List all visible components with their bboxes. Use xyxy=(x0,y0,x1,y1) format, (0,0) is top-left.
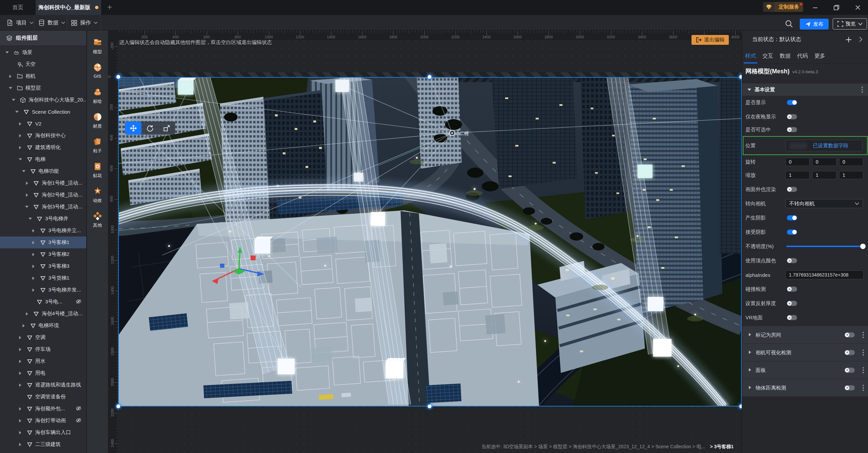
eye-off-icon[interactable] xyxy=(76,406,81,412)
caret-right-icon[interactable] xyxy=(749,385,751,390)
toggle-off[interactable] xyxy=(787,258,797,263)
caret-right-icon[interactable] xyxy=(18,442,22,447)
section-menu-icon[interactable] xyxy=(863,350,864,356)
tree-item-场景[interactable]: 场景 xyxy=(0,46,86,58)
tree-item-电梯[interactable]: 电梯 xyxy=(0,153,86,165)
tab-home[interactable]: 首页 xyxy=(0,0,36,15)
menu-project[interactable]: 项目 xyxy=(6,15,34,31)
caret-right-icon[interactable] xyxy=(18,122,22,126)
slider-knob[interactable] xyxy=(860,244,866,249)
tree-item-3号客梯3[interactable]: 3号客梯3 xyxy=(0,260,86,272)
caret-right-icon[interactable] xyxy=(32,241,36,245)
inspector-tab-交互[interactable]: 交互 xyxy=(762,49,773,63)
inspector-tab-代码[interactable]: 代码 xyxy=(797,49,808,63)
opacity-slider[interactable] xyxy=(786,246,865,247)
tree-item-空调[interactable]: 空调 xyxy=(0,332,86,343)
toggle-off[interactable] xyxy=(845,350,855,355)
minimize-icon[interactable] xyxy=(810,3,820,12)
toggle-off[interactable] xyxy=(787,127,797,132)
tree-item-用电[interactable]: 用电 xyxy=(0,367,86,379)
inspector-tab-更多[interactable]: 更多 xyxy=(814,49,825,63)
expand-state-icon[interactable] xyxy=(857,36,864,42)
publish-button[interactable]: 发布 xyxy=(800,19,829,30)
caret-right-icon[interactable] xyxy=(18,134,22,138)
toggle-off[interactable] xyxy=(787,114,797,119)
tree-item-3号电梯井发-[interactable]: 3号电梯井发... xyxy=(0,284,86,296)
section-标记为房间[interactable]: 标记为房间 xyxy=(742,326,868,343)
section-menu-icon[interactable] xyxy=(863,385,864,391)
tree-item-空调管道备份[interactable]: 空调管道备份 xyxy=(0,391,86,403)
tree-item-天空[interactable]: 天空 xyxy=(0,58,86,70)
number-input[interactable]: 1 xyxy=(786,171,810,179)
toggle-off[interactable] xyxy=(845,332,855,337)
custom-service-badge[interactable]: 定制服务 xyxy=(763,2,803,12)
caret-right-icon[interactable] xyxy=(18,431,22,435)
select-input[interactable]: 不转向相机 xyxy=(786,199,863,208)
tree-item-用水[interactable]: 用水 xyxy=(0,355,86,367)
section-menu-icon[interactable] xyxy=(863,332,864,338)
toggle-off[interactable] xyxy=(787,301,797,306)
scale-tool-icon[interactable] xyxy=(159,121,175,135)
tree-item-3号客梯2[interactable]: 3号客梯2 xyxy=(0,248,86,260)
caret-right-icon[interactable] xyxy=(18,347,22,352)
new-tab-button[interactable]: + xyxy=(106,4,113,11)
tree-item-3号电梯井立-[interactable]: 3号电梯井立... xyxy=(0,225,86,237)
tree-item-Scene-Collection[interactable]: Scene Collection xyxy=(0,106,86,118)
caret-right-icon[interactable] xyxy=(32,264,36,268)
add-state-icon[interactable] xyxy=(845,36,852,43)
toggle-off[interactable] xyxy=(845,385,855,390)
rotate-tool-icon[interactable] xyxy=(142,121,158,135)
toolbar-item-贴花[interactable]: 贴花 xyxy=(87,162,108,179)
number-input[interactable]: 1 xyxy=(812,171,836,179)
tree-item-3号客梯1[interactable]: 3号客梯1 xyxy=(0,237,86,248)
tree-item-巡逻路线和逃生路线[interactable]: 巡逻路线和逃生路线 xyxy=(0,379,86,391)
caret-right-icon[interactable] xyxy=(25,312,29,316)
tree-item-海创3号楼_活动-[interactable]: 海创3号楼_活动... xyxy=(0,201,86,213)
close-icon[interactable] xyxy=(853,3,863,12)
toolbar-item-模型[interactable]: 模型 xyxy=(87,38,108,55)
toggle-on[interactable] xyxy=(787,215,797,221)
toggle-off[interactable] xyxy=(845,367,855,373)
menu-actions[interactable]: 操作 xyxy=(71,15,98,31)
tree-item-海创车辆出入口[interactable]: 海创车辆出入口 xyxy=(0,427,86,438)
toolbar-item-GIS[interactable]: GIS xyxy=(87,63,108,79)
tree-item-建筑透明化[interactable]: 建筑透明化 xyxy=(0,141,86,153)
scene-3d[interactable]: 二幢 xyxy=(118,77,742,407)
caret-right-icon[interactable] xyxy=(18,419,22,423)
section-面板[interactable]: 面板 xyxy=(742,361,868,379)
tree-item-海创1号楼_活动-[interactable]: 海创1号楼_活动... xyxy=(0,177,86,189)
toolbar-item-标绘[interactable]: 标绘 xyxy=(87,88,108,105)
caret-right-icon[interactable] xyxy=(18,371,22,375)
caret-down-icon[interactable] xyxy=(15,110,19,114)
move-tool-icon[interactable] xyxy=(125,121,142,135)
toggle-on[interactable] xyxy=(787,100,797,105)
eye-off-icon[interactable] xyxy=(76,299,81,305)
data-field-button[interactable]: 已设置数据字段 xyxy=(786,140,862,151)
number-input[interactable]: 0 xyxy=(786,158,810,166)
search-icon[interactable] xyxy=(784,19,793,28)
caret-right-icon[interactable] xyxy=(25,193,29,197)
tree-item-停车场[interactable]: 停车场 xyxy=(0,343,86,355)
tree-item-海创4号楼_活动-[interactable]: 海创4号楼_活动... xyxy=(0,308,86,320)
text-input[interactable]: 1.7976931348623157e+308 xyxy=(786,270,864,279)
caret-right-icon[interactable] xyxy=(8,74,13,78)
menu-data[interactable]: 数据 xyxy=(38,15,65,31)
toolbar-item-动效[interactable]: 动效 xyxy=(87,187,108,204)
caret-down-icon[interactable] xyxy=(5,51,9,55)
caret-down-icon[interactable] xyxy=(28,217,32,221)
toggle-off[interactable] xyxy=(787,315,797,320)
number-input[interactable]: 1 xyxy=(839,171,863,179)
tree-item-相机[interactable]: 相机 xyxy=(0,70,86,82)
tree-item-模型层[interactable]: 模型层 xyxy=(0,82,86,94)
restore-icon[interactable] xyxy=(832,3,841,12)
caret-right-icon[interactable] xyxy=(749,368,751,372)
tree-item-海创2号楼_活动-[interactable]: 海创2号楼_活动... xyxy=(0,189,86,201)
caret-down-icon[interactable] xyxy=(8,86,13,90)
tree-item-3号电-[interactable]: 3号电... xyxy=(0,296,86,308)
caret-right-icon[interactable] xyxy=(25,181,29,185)
caret-right-icon[interactable] xyxy=(22,324,26,328)
exit-edit-button[interactable]: 退出编辑 xyxy=(691,35,729,45)
basic-settings-header[interactable]: 基本设置 xyxy=(742,83,868,96)
caret-down-icon[interactable] xyxy=(18,157,22,162)
caret-down-icon[interactable] xyxy=(12,98,16,102)
